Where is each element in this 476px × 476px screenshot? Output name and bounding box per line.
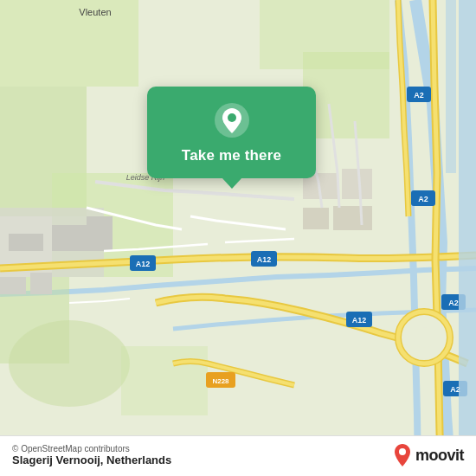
svg-point-45 xyxy=(228,113,236,122)
svg-rect-16 xyxy=(342,169,372,199)
svg-text:A2: A2 xyxy=(414,91,424,100)
svg-text:A2: A2 xyxy=(418,195,428,203)
svg-point-46 xyxy=(399,448,406,455)
svg-rect-6 xyxy=(303,52,389,138)
location-name: Slagerij Vernooij, Netherlands xyxy=(12,453,171,466)
location-pin-icon xyxy=(214,102,250,138)
moovit-pin-icon xyxy=(393,443,412,467)
svg-rect-40 xyxy=(459,0,476,476)
svg-rect-41 xyxy=(446,0,456,173)
map-attribution: © OpenStreetMap contributors xyxy=(12,444,130,453)
svg-text:A2: A2 xyxy=(448,299,459,307)
moovit-logo: moovit xyxy=(393,443,464,467)
map-container: A12 A12 A12 A2 A2 A2 A2 N228 Vleuten Lei… xyxy=(0,0,476,476)
svg-rect-1 xyxy=(0,0,138,87)
bottom-bar: © OpenStreetMap contributors Slagerij Ve… xyxy=(0,435,476,476)
svg-text:N228: N228 xyxy=(212,377,229,385)
svg-text:A12: A12 xyxy=(136,260,151,268)
svg-rect-14 xyxy=(30,273,52,294)
moovit-brand-text: moovit xyxy=(415,447,464,465)
svg-rect-18 xyxy=(333,206,372,230)
svg-text:Vleuten: Vleuten xyxy=(79,7,111,17)
svg-rect-10 xyxy=(9,234,43,251)
popup-card[interactable]: Take me there xyxy=(147,87,316,178)
svg-point-21 xyxy=(414,327,434,348)
map-background: A12 A12 A12 A2 A2 A2 A2 N228 Vleuten Lei… xyxy=(0,0,476,476)
svg-rect-12 xyxy=(87,216,113,251)
svg-rect-17 xyxy=(303,208,329,229)
svg-rect-13 xyxy=(0,277,26,294)
take-me-there-button[interactable]: Take me there xyxy=(182,147,281,164)
svg-point-7 xyxy=(9,320,130,407)
svg-text:A12: A12 xyxy=(257,255,272,264)
svg-text:A12: A12 xyxy=(352,316,367,325)
bottom-info: © OpenStreetMap contributors Slagerij Ve… xyxy=(12,444,171,466)
svg-rect-8 xyxy=(121,346,208,415)
